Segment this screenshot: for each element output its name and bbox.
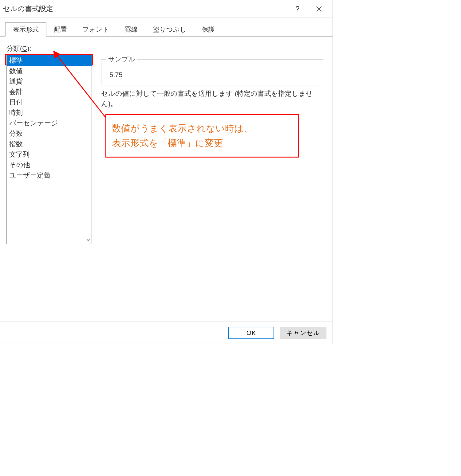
ok-button[interactable]: OK [228, 327, 274, 339]
sample-label: サンプル [106, 55, 137, 64]
tab-font[interactable]: フォント [75, 22, 117, 36]
sample-box: サンプル 5.75 [101, 55, 323, 85]
close-button[interactable] [313, 3, 325, 15]
list-item-special[interactable]: その他 [7, 160, 92, 170]
category-label: 分類(C): [6, 44, 326, 53]
category-label-suffix: ): [27, 45, 31, 52]
cancel-button[interactable]: キャンセル [280, 327, 326, 339]
tabs-row: 表示形式 配置 フォント 罫線 塗りつぶし 保護 [0, 22, 333, 37]
list-item-custom[interactable]: ユーザー定義 [7, 170, 92, 181]
close-icon [316, 6, 322, 12]
format-description: セルの値に対して一般の書式を適用します (特定の書式を指定しません)。 [101, 88, 323, 109]
category-listbox[interactable]: 標準 数値 通貨 会計 日付 時刻 パーセンテージ 分数 指数 文字列 その他 … [6, 55, 92, 244]
tab-protection[interactable]: 保護 [194, 22, 223, 36]
tab-alignment[interactable]: 配置 [46, 22, 75, 36]
annotation-line-1: 数値がうまく表示されない時は、 [112, 121, 293, 136]
list-item-fraction[interactable]: 分数 [7, 128, 92, 139]
chevron-down-icon[interactable] [85, 237, 91, 243]
content-area: 分類(C): 標準 数値 通貨 会計 日付 時刻 パーセンテージ 分数 指数 文… [0, 37, 333, 322]
format-cells-dialog: セルの書式設定 ? 表示形式 配置 フォント 罫線 塗りつぶし 保護 分類(C)… [0, 0, 333, 344]
annotation-callout: 数値がうまく表示されない時は、 表示形式を「標準」に変更 [105, 114, 299, 158]
titlebar: セルの書式設定 ? [0, 0, 333, 18]
list-item-text[interactable]: 文字列 [7, 149, 92, 160]
sample-value: 5.75 [106, 67, 318, 80]
dialog-footer: OK キャンセル [0, 322, 333, 344]
tab-border[interactable]: 罫線 [117, 22, 145, 36]
list-item-accounting[interactable]: 会計 [7, 87, 92, 97]
list-item-currency[interactable]: 通貨 [7, 76, 92, 87]
category-label-prefix: 分類( [6, 45, 22, 52]
tab-fill[interactable]: 塗りつぶし [145, 22, 194, 36]
tab-number-format[interactable]: 表示形式 [5, 22, 46, 37]
list-item-percentage[interactable]: パーセンテージ [7, 118, 92, 128]
list-item-number[interactable]: 数値 [7, 66, 92, 76]
list-item-date[interactable]: 日付 [7, 97, 92, 107]
annotation-line-2: 表示形式を「標準」に変更 [112, 136, 293, 150]
titlebar-buttons: ? [291, 3, 330, 15]
list-item-time[interactable]: 時刻 [7, 107, 92, 118]
list-item-scientific[interactable]: 指数 [7, 139, 92, 149]
list-item-standard[interactable]: 標準 [7, 55, 92, 66]
category-listbox-wrap: 標準 数値 通貨 会計 日付 時刻 パーセンテージ 分数 指数 文字列 その他 … [6, 55, 92, 244]
dialog-title: セルの書式設定 [3, 4, 291, 14]
category-label-key: C [22, 45, 27, 52]
help-button[interactable]: ? [291, 3, 304, 15]
